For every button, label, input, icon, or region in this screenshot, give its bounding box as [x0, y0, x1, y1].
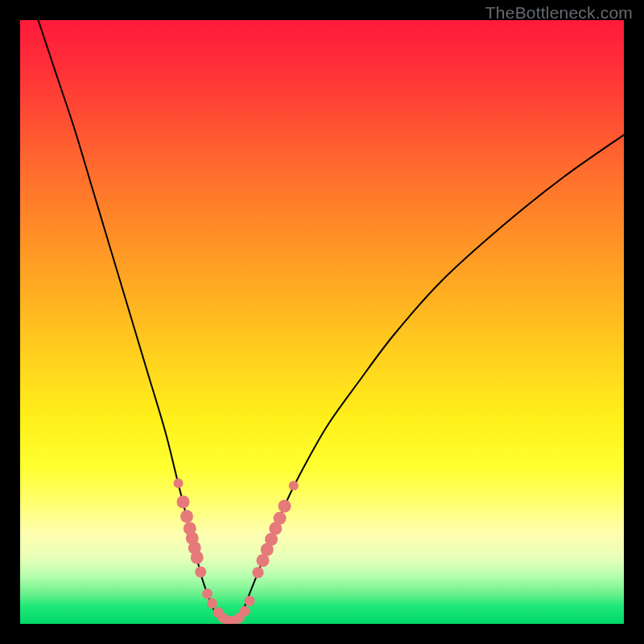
bead-point: [274, 512, 287, 525]
bead-point: [289, 481, 299, 490]
bottleneck-curve: [39, 20, 625, 621]
bead-group: [174, 478, 299, 624]
plot-area: [20, 20, 624, 624]
bead-point: [180, 510, 193, 523]
bead-point: [195, 567, 206, 578]
bead-point: [245, 596, 255, 606]
bead-point: [177, 496, 190, 509]
bead-point: [207, 598, 217, 609]
bead-point: [202, 588, 213, 599]
chart-frame: TheBottleneck.com: [0, 0, 644, 644]
curve-layer: [20, 20, 624, 624]
bead-point: [174, 478, 184, 488]
bead-point: [240, 606, 250, 617]
bead-point: [191, 551, 204, 564]
bead-point: [253, 567, 264, 578]
bead-point: [279, 500, 291, 513]
watermark-text: TheBottleneck.com: [485, 3, 633, 23]
